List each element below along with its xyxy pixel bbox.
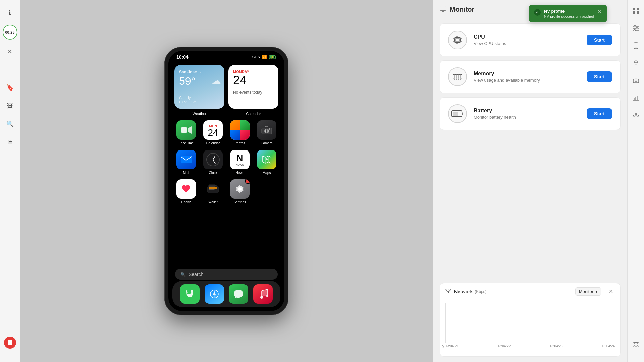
health-icon: [176, 179, 196, 199]
battery-monitor-icon: [448, 104, 467, 123]
app-maps[interactable]: Maps: [255, 150, 278, 175]
nv-profile-toast: ✓ NV profile NV profile successfully app…: [529, 5, 607, 22]
network-title: Network (Kbps): [454, 289, 487, 294]
chevron-down-icon: ▾: [595, 289, 598, 294]
search-icon[interactable]: 🔍: [4, 118, 16, 130]
calendar-widget[interactable]: MONDAY 24 No events today: [228, 65, 278, 109]
dock: [172, 281, 280, 307]
info-icon[interactable]: ℹ: [4, 7, 16, 19]
right-settings-icon[interactable]: [631, 110, 641, 121]
close-icon[interactable]: ✕: [4, 46, 16, 58]
widgets-row: San Jose → 59° ☁ Cloudy H:65° L:53° Weat…: [174, 65, 278, 116]
toast-check-icon: ✓: [534, 9, 541, 16]
clock-label: Clock: [209, 171, 217, 175]
svg-rect-14: [209, 185, 215, 187]
memory-title: Memory: [474, 71, 580, 77]
settings-icon: 7: [230, 179, 250, 199]
app-photos[interactable]: Photos: [228, 120, 252, 145]
right-chart-icon[interactable]: [631, 93, 641, 103]
bookmark-icon[interactable]: 🔖: [4, 82, 16, 94]
timestamp-4: 13:04:24: [602, 344, 615, 348]
chart-area: 0: [445, 303, 615, 343]
svg-point-87: [637, 345, 638, 346]
svg-point-80: [635, 115, 637, 116]
app-news[interactable]: N NEWS News: [228, 150, 252, 175]
search-label: Search: [189, 272, 203, 277]
right-tune-icon[interactable]: [631, 23, 641, 34]
network-close-button[interactable]: ✕: [607, 288, 615, 296]
toast-title: NV profile: [544, 9, 594, 14]
svg-point-83: [636, 343, 636, 344]
search-bar[interactable]: 🔍 Search: [175, 269, 278, 280]
weather-widget[interactable]: San Jose → 59° ☁ Cloudy H:65° L:53°: [174, 65, 224, 109]
stop-button[interactable]: [4, 337, 16, 349]
phone-frame: 10:04 SOS 📶 ⚡: [164, 47, 288, 315]
network-wifi-icon: [445, 289, 451, 295]
cpu-start-button[interactable]: Start: [587, 35, 612, 45]
right-keyboard-icon[interactable]: [631, 339, 641, 350]
right-lock-icon[interactable]: [631, 58, 641, 68]
monitor-panel-icon: [440, 5, 446, 14]
app-facetime[interactable]: FaceTime: [174, 120, 198, 145]
svg-point-85: [634, 345, 635, 346]
news-icon: N NEWS: [230, 150, 250, 169]
app-clock[interactable]: Clock: [201, 150, 225, 175]
dock-messages-icon: [229, 284, 248, 304]
gallery-icon[interactable]: 🖼: [4, 100, 16, 112]
settings-label: Settings: [234, 200, 246, 204]
svg-rect-16: [209, 189, 215, 190]
app-mail[interactable]: Mail: [174, 150, 198, 175]
battery-start-button[interactable]: Start: [587, 108, 612, 119]
right-device-icon[interactable]: [631, 40, 641, 51]
svg-rect-15: [209, 187, 217, 189]
svg-rect-60: [633, 8, 635, 10]
wallet-label: Wallet: [208, 200, 217, 204]
network-chart: 0 13:04:21 13:04:22 13:04:23 13:04:24: [440, 303, 620, 356]
svg-point-84: [637, 343, 638, 344]
app-calendar[interactable]: MON 24 Calendar: [201, 120, 225, 145]
mail-label: Mail: [183, 171, 189, 175]
dock-messages[interactable]: [229, 284, 248, 304]
cpu-title: CPU: [474, 34, 580, 40]
network-mode-dropdown[interactable]: Monitor ▾: [575, 287, 601, 296]
svg-point-65: [634, 26, 636, 27]
phone-area: 10:04 SOS 📶 ⚡: [20, 0, 433, 362]
dock-music[interactable]: [253, 284, 273, 304]
screen-icon[interactable]: 🖥: [4, 136, 16, 148]
app-settings[interactable]: 7 Settings: [228, 179, 252, 204]
svg-rect-53: [454, 75, 455, 78]
maps-label: Maps: [263, 171, 271, 175]
svg-rect-77: [634, 98, 635, 100]
dock-phone[interactable]: [180, 284, 200, 304]
calendar-no-events: No events today: [233, 90, 274, 95]
dock-safari[interactable]: [205, 284, 224, 304]
app-camera[interactable]: Camera: [255, 120, 278, 145]
battery-status: ⚡: [269, 55, 276, 59]
svg-rect-54: [456, 75, 457, 78]
status-time: 10:04: [176, 54, 189, 60]
toast-close-button[interactable]: ✕: [597, 9, 602, 15]
dock-phone-icon: [180, 284, 200, 304]
toast-description: NV profile successfully applied: [544, 14, 594, 18]
svg-rect-2: [276, 56, 276, 58]
battery-desc: Monitor battery health: [474, 115, 580, 120]
app-wallet[interactable]: Wallet: [201, 179, 225, 204]
svg-rect-63: [637, 11, 639, 14]
phone-screen: 10:04 SOS 📶 ⚡: [168, 51, 284, 311]
svg-point-71: [635, 47, 636, 48]
right-camera-icon[interactable]: [631, 75, 641, 86]
dock-safari-icon: [205, 284, 224, 304]
clock-icon: [203, 150, 223, 169]
camera-label: Camera: [261, 141, 273, 145]
left-sidebar: ℹ 00:28 ✕ ⋯ 🔖 🖼 🔍 🖥: [0, 0, 20, 362]
more-icon[interactable]: ⋯: [4, 64, 16, 76]
timestamp-3: 13:04:23: [550, 344, 563, 348]
memory-start-button[interactable]: Start: [587, 71, 612, 82]
app-health[interactable]: Health: [174, 179, 198, 204]
network-name: Network: [454, 289, 473, 294]
network-section: Network (Kbps) Monitor ▾ ✕ 0 13:04:21 13…: [440, 283, 621, 357]
wallet-icon: [203, 179, 223, 199]
maps-icon: [257, 150, 276, 169]
right-grid-icon[interactable]: [631, 5, 641, 16]
clock-face: [206, 153, 220, 166]
